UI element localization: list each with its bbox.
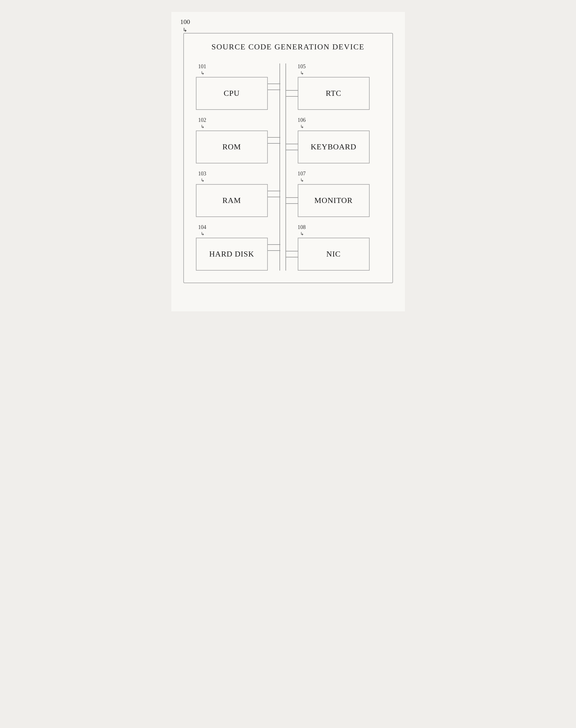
rom-ref-num: 102 [198, 117, 206, 123]
hdd-ref-num: 104 [198, 224, 206, 230]
rtc-label: RTC [325, 89, 341, 98]
nic-ref-num: 108 [298, 224, 306, 230]
rtc-ref-num: 105 [298, 63, 306, 69]
rtc-connector [286, 90, 298, 97]
page: 100 ↳ SOURCE CODE GENERATION DEVICE 101 … [171, 12, 405, 311]
rtc-cell: 105 ↳ RTC [298, 63, 370, 110]
cpu-cell: 101 ↳ CPU [196, 63, 268, 110]
monitor-ref-label: 107 ↳ [298, 171, 370, 183]
keyboard-ref-label: 106 ↳ [298, 117, 370, 130]
nic-cell: 108 ↳ NIC [298, 224, 370, 271]
nic-box: NIC [298, 238, 370, 271]
nic-connector [286, 251, 298, 257]
cpu-ref-label: 101 ↳ [196, 63, 268, 76]
keyboard-cell: 106 ↳ KEYBOARD [298, 117, 370, 163]
ram-cell: 103 ↳ RAM [196, 171, 268, 217]
ram-ref-label: 103 ↳ [196, 171, 268, 183]
keyboard-corner: ↳ [300, 124, 304, 129]
ram-corner: ↳ [201, 178, 205, 183]
cpu-ref-num: 101 [198, 63, 206, 69]
monitor-label: MONITOR [315, 196, 353, 205]
ram-ref-num: 103 [198, 171, 206, 177]
rom-box: ROM [196, 130, 268, 163]
rtc-ref-label: 105 ↳ [298, 63, 370, 76]
rtc-box: RTC [298, 77, 370, 110]
cpu-label: CPU [224, 89, 240, 98]
device-title: SOURCE CODE GENERATION DEVICE [196, 42, 380, 52]
rtc-corner: ↳ [300, 71, 304, 75]
monitor-box: MONITOR [298, 184, 370, 217]
keyboard-box: KEYBOARD [298, 130, 370, 163]
nic-ref-label: 108 ↳ [298, 224, 370, 237]
monitor-cell: 107 ↳ MONITOR [298, 171, 370, 217]
hdd-ref-label: 104 ↳ [196, 224, 268, 237]
rom-cell: 102 ↳ ROM [196, 117, 268, 163]
outer-box: SOURCE CODE GENERATION DEVICE 101 ↳ CPU … [183, 33, 393, 283]
hdd-corner: ↳ [201, 232, 205, 236]
hdd-box: HARD DISK [196, 238, 268, 271]
hdd-label: HARD DISK [209, 250, 254, 259]
nic-corner: ↳ [300, 232, 304, 236]
rom-label: ROM [222, 143, 241, 151]
keyboard-label: KEYBOARD [311, 143, 356, 151]
monitor-connector [286, 197, 298, 204]
corner-arrow: ↳ [183, 27, 187, 33]
ram-label: RAM [222, 196, 241, 205]
ram-box: RAM [196, 184, 268, 217]
monitor-ref-num: 107 [298, 171, 306, 177]
nic-label: NIC [326, 250, 341, 259]
keyboard-ref-num: 106 [298, 117, 306, 123]
figure-number: 100 ↳ [180, 18, 190, 33]
rom-ref-label: 102 ↳ [196, 117, 268, 130]
keyboard-connector [286, 144, 298, 150]
figure-ref: 100 [180, 18, 190, 25]
cpu-box: CPU [196, 77, 268, 110]
hdd-cell: 104 ↳ HARD DISK [196, 224, 268, 271]
diagram-layout: 101 ↳ CPU 102 ↳ ROM [196, 63, 380, 271]
monitor-corner: ↳ [300, 178, 304, 183]
rom-corner: ↳ [201, 124, 205, 129]
cpu-corner: ↳ [201, 71, 205, 75]
bus-line [280, 63, 286, 271]
